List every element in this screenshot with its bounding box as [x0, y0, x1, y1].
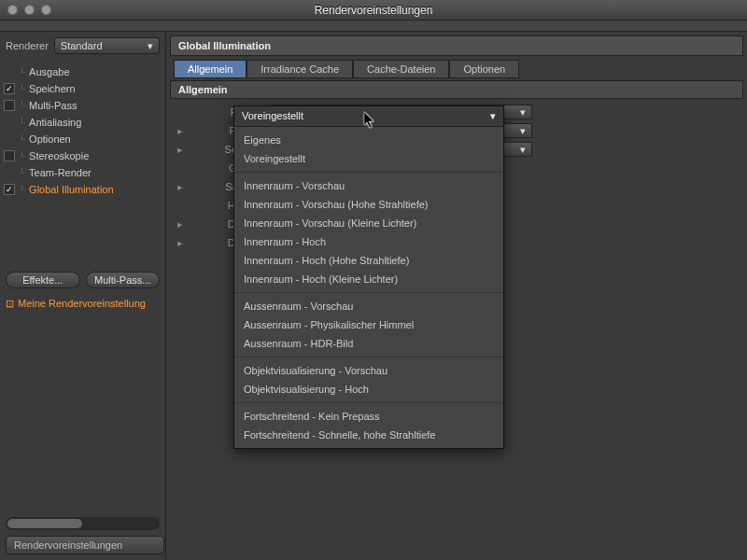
sidebar-item-label: Optionen — [29, 133, 71, 145]
checkbox[interactable] — [4, 100, 15, 111]
chevron-down-icon: ▾ — [520, 144, 526, 156]
tree-branch-icon: └ — [19, 168, 25, 178]
checkbox[interactable] — [4, 150, 15, 161]
horizontal-scrollbar[interactable] — [6, 517, 160, 530]
window-title: Rendervoreinstellungen — [0, 4, 747, 17]
sidebar-item-6[interactable]: └Team-Render — [0, 164, 165, 181]
sidebar-item-label: Multi-Pass — [29, 100, 77, 111]
sidebar-item-label: Ausgabe — [29, 66, 69, 77]
menu-item[interactable]: Aussenraum - Physikalischer Himmel — [234, 315, 503, 334]
menu-item[interactable]: Objektvisualisierung - Hoch — [234, 380, 503, 399]
custom-preset-row[interactable]: ⊡ Meine Rendervoreinstellung — [0, 294, 165, 314]
menu-item[interactable]: Innenraum - Vorschau — [234, 176, 503, 195]
renderer-label: Renderer — [6, 40, 49, 51]
tab-3[interactable]: Optionen — [449, 60, 519, 78]
menu-item[interactable]: Voreingestellt — [234, 149, 503, 168]
menu-item[interactable]: Fortschreitend - Schnelle, hohe Strahlti… — [234, 426, 503, 444]
menu-item[interactable]: Innenraum - Vorschau (Kleine Lichter) — [234, 214, 503, 232]
multipass-button[interactable]: Multi-Pass... — [86, 272, 161, 288]
dropdown-selected-label: Voreingestellt — [242, 110, 303, 122]
tree-branch-icon: └ — [19, 67, 25, 77]
titlebar: Rendervoreinstellungen — [0, 0, 747, 21]
renderer-value: Standard — [61, 40, 103, 51]
effects-button[interactable]: Effekte... — [6, 272, 80, 288]
menu-item[interactable]: Aussenraum - HDR-Bild — [234, 334, 503, 353]
renderer-dropdown[interactable]: Standard ▾ — [54, 37, 160, 54]
menu-item[interactable]: Objektvisualisierung - Vorschau — [234, 361, 503, 380]
tree-branch-icon: └ — [19, 84, 25, 94]
menu-item[interactable]: Fortschreitend - Kein Prepass — [234, 407, 503, 426]
menu-item[interactable]: Innenraum - Hoch (Hohe Strahltiefe) — [234, 251, 503, 270]
tree-branch-icon: └ — [19, 151, 25, 161]
menu-item[interactable]: Aussenraum - Vorschau — [234, 297, 503, 315]
sidebar-item-label: Team-Render — [29, 167, 92, 178]
tree-branch-icon: └ — [19, 185, 25, 195]
sidebar-item-2[interactable]: └Multi-Pass — [0, 97, 165, 114]
disclosure-triangle-icon[interactable]: ▸ — [177, 125, 185, 137]
sidebar-item-4[interactable]: └Optionen — [0, 131, 165, 147]
sidebar-item-label: Antialiasing — [29, 117, 81, 128]
chevron-down-icon: ▾ — [520, 125, 526, 137]
sidebar-item-3[interactable]: └Antialiasing — [0, 114, 165, 131]
sidebar-item-label: Global Illumination — [29, 184, 114, 195]
scrollbar-thumb[interactable] — [7, 519, 82, 528]
render-tree: └Ausgabe✓└Speichern└Multi-Pass└Antialias… — [0, 60, 165, 266]
menu-item[interactable]: Innenraum - Hoch (Kleine Lichter) — [234, 270, 503, 288]
menu-item[interactable]: Innenraum - Hoch — [234, 232, 503, 251]
tree-branch-icon: └ — [19, 134, 25, 145]
menu-group-1: Innenraum - VorschauInnenraum - Vorschau… — [234, 173, 503, 293]
chevron-down-icon: ▾ — [490, 110, 496, 122]
sidebar-item-label: Speichern — [29, 83, 76, 94]
sidebar-item-0[interactable]: └Ausgabe — [0, 63, 165, 80]
tab-2[interactable]: Cache-Dateien — [353, 60, 449, 78]
tree-branch-icon: └ — [19, 101, 25, 111]
tab-bar: AllgemeinIrradiance CacheCache-DateienOp… — [170, 56, 743, 78]
mouse-cursor-icon — [364, 112, 377, 132]
chevron-down-icon: ▾ — [148, 40, 153, 52]
bottom-tab[interactable]: Rendervoreinstellungen — [6, 536, 164, 554]
disclosure-triangle-icon[interactable]: ▸ — [177, 181, 185, 193]
sidebar: Renderer Standard ▾ └Ausgabe✓└Speichern└… — [0, 32, 166, 560]
checkbox[interactable]: ✓ — [4, 184, 15, 195]
tab-0[interactable]: Allgemein — [174, 60, 247, 78]
panel-title: Global Illumination — [170, 35, 743, 56]
checkbox[interactable]: ✓ — [4, 83, 15, 94]
sidebar-item-label: Stereoskopie — [29, 150, 89, 161]
menu-item[interactable]: Eigenes — [234, 131, 503, 149]
menu-group-3: Objektvisualisierung - VorschauObjektvis… — [234, 357, 503, 403]
custom-preset-label: Meine Rendervoreinstellung — [18, 298, 146, 309]
sidebar-item-1[interactable]: ✓└Speichern — [0, 80, 165, 97]
section-header: Allgemein — [170, 80, 743, 99]
chevron-down-icon: ▾ — [520, 106, 526, 119]
menu-group-2: Aussenraum - VorschauAussenraum - Physik… — [234, 293, 503, 357]
disclosure-triangle-icon[interactable]: ▸ — [177, 237, 185, 249]
sidebar-item-7[interactable]: ✓└Global Illumination — [0, 181, 165, 198]
toolbar-strip — [0, 21, 747, 32]
presets-dropdown-menu: Voreingestellt ▾ EigenesVoreingestelltIn… — [233, 105, 504, 449]
sidebar-item-5[interactable]: └Stereoskopie — [0, 147, 165, 164]
menu-group-4: Fortschreitend - Kein PrepassFortschreit… — [234, 403, 503, 448]
tree-branch-icon: └ — [19, 118, 25, 128]
preset-icon: ⊡ — [6, 298, 14, 310]
disclosure-triangle-icon[interactable]: ▸ — [177, 218, 185, 231]
tab-1[interactable]: Irradiance Cache — [247, 60, 353, 78]
menu-item[interactable]: Innenraum - Vorschau (Hohe Strahltiefe) — [234, 195, 503, 214]
disclosure-triangle-icon[interactable]: ▸ — [177, 144, 185, 156]
menu-group-0: EigenesVoreingestellt — [234, 127, 503, 173]
